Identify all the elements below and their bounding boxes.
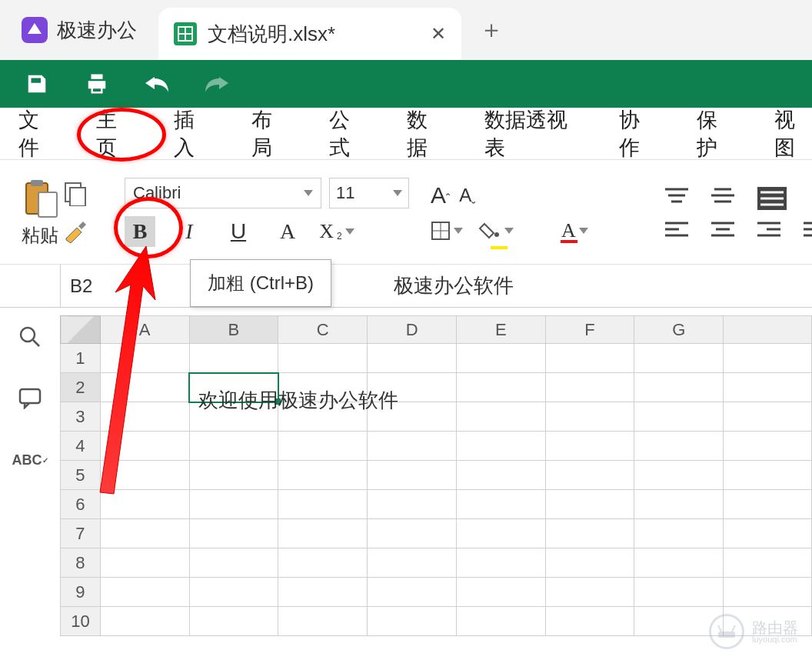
align-group — [665, 187, 812, 238]
menu-collab[interactable]: 协作 — [619, 102, 657, 166]
x-label: X — [319, 220, 334, 243]
ribbon-toolbar: 粘贴 Calibri 11 B I U A X2 — [0, 160, 812, 265]
italic-button[interactable]: I — [174, 216, 205, 247]
name-box[interactable]: B2 — [60, 265, 192, 308]
font-family-value: Calibri — [133, 183, 181, 203]
align-justify-button[interactable] — [804, 221, 812, 238]
col-header-f[interactable]: F — [545, 316, 634, 344]
fill-color-button[interactable] — [478, 221, 514, 241]
align-bottom-button[interactable] — [757, 187, 787, 210]
chevron-down-icon — [304, 190, 313, 196]
svg-point-13 — [494, 232, 499, 237]
shrink-font-button[interactable]: Aˆ — [459, 185, 475, 206]
row-header-3[interactable]: 3 — [61, 402, 101, 432]
subscript-button[interactable]: X2 — [321, 216, 352, 247]
new-tab-button[interactable]: ＋ — [461, 0, 521, 60]
menu-data[interactable]: 数据 — [407, 102, 444, 166]
menu-bar: 文件 主页 插入 布局 公式 数据 数据透视表 协作 保护 视图 — [0, 108, 812, 160]
formula-text: 极速办公软件 — [333, 272, 514, 299]
svg-rect-7 — [38, 192, 57, 217]
svg-line-44 — [732, 625, 735, 632]
row-header-6[interactable]: 6 — [61, 490, 101, 519]
col-header-overflow[interactable] — [724, 316, 812, 344]
search-icon[interactable] — [15, 322, 45, 352]
chevron-down-icon — [504, 228, 514, 234]
col-header-d[interactable]: D — [368, 316, 457, 344]
cell-format-group: Aˆ Aˆ A — [431, 182, 621, 242]
svg-line-40 — [33, 340, 39, 346]
chevron-down-icon — [393, 190, 402, 196]
close-tab-button[interactable]: ✕ — [431, 23, 446, 45]
col-header-b[interactable]: B — [189, 316, 278, 344]
grid-area: ABC✓ A B C D E F G 1 2 3 4 5 6 7 8 9 10 — [0, 315, 812, 660]
paste-label: 粘贴 — [22, 223, 58, 248]
menu-formula[interactable]: 公式 — [329, 102, 367, 166]
svg-rect-9 — [70, 188, 85, 206]
spellcheck-icon[interactable]: ABC✓ — [15, 445, 45, 475]
row-header-4[interactable]: 4 — [61, 432, 101, 461]
save-icon[interactable] — [23, 70, 51, 98]
comments-icon[interactable] — [15, 383, 45, 414]
row-header-7[interactable]: 7 — [61, 519, 101, 548]
copy-icon[interactable] — [62, 180, 88, 206]
svg-rect-6 — [31, 180, 43, 186]
chevron-down-icon — [579, 228, 588, 234]
menu-home[interactable]: 主页 — [96, 102, 134, 166]
svg-rect-42 — [718, 632, 735, 638]
clipboard-aux-group — [62, 180, 89, 245]
caret-down-icon: ˆ — [471, 191, 475, 205]
align-left-button[interactable] — [665, 221, 688, 238]
print-icon[interactable] — [83, 70, 111, 98]
document-title: 文档说明.xlsx* — [208, 21, 335, 48]
app-tab[interactable]: 极速办公 — [8, 0, 158, 60]
font-color-button[interactable]: A — [561, 219, 588, 242]
redo-icon[interactable] — [203, 70, 231, 98]
col-header-e[interactable]: E — [456, 316, 545, 344]
font-color-clear-button[interactable]: A — [272, 216, 303, 247]
row-header-5[interactable]: 5 — [61, 461, 101, 490]
menu-layout[interactable]: 布局 — [251, 102, 289, 166]
select-all-corner[interactable] — [61, 316, 101, 344]
align-top-button[interactable] — [665, 187, 688, 210]
underline-button[interactable]: U — [223, 216, 254, 247]
row-header-8[interactable]: 8 — [61, 548, 101, 578]
menu-file[interactable]: 文件 — [18, 102, 56, 166]
font-size-value: 11 — [336, 183, 354, 203]
row-header-2[interactable]: 2 — [61, 373, 101, 402]
svg-point-39 — [21, 328, 35, 342]
row-header-1[interactable]: 1 — [61, 344, 101, 373]
svg-line-43 — [718, 625, 721, 632]
spreadsheet-grid[interactable]: A B C D E F G 1 2 3 4 5 6 7 8 9 10 — [60, 315, 812, 660]
grow-a: A — [431, 182, 446, 208]
watermark: 路由器 luyouqi.com — [709, 614, 798, 649]
align-right-button[interactable] — [757, 221, 780, 238]
chevron-down-icon — [454, 228, 463, 234]
align-center-button[interactable] — [711, 221, 734, 238]
menu-view[interactable]: 视图 — [774, 102, 812, 166]
side-toolbar: ABC✓ — [0, 315, 60, 660]
borders-button[interactable] — [431, 221, 463, 241]
caret-up-icon: ˆ — [446, 192, 450, 206]
col-header-g[interactable]: G — [634, 316, 724, 344]
watermark-main: 路由器 — [752, 620, 798, 635]
menu-pivot[interactable]: 数据透视表 — [484, 102, 579, 166]
formula-bar: B2 极速办公软件 — [0, 265, 812, 308]
bold-button[interactable]: B — [125, 216, 155, 247]
clipboard-icon[interactable] — [18, 177, 62, 220]
format-painter-icon[interactable] — [62, 217, 89, 245]
col-header-c[interactable]: C — [278, 316, 368, 344]
font-size-select[interactable]: 11 — [329, 178, 409, 208]
row-header-10[interactable]: 10 — [61, 607, 101, 636]
menu-insert[interactable]: 插入 — [174, 102, 211, 166]
undo-icon[interactable] — [143, 70, 171, 98]
row-header-9[interactable]: 9 — [61, 578, 101, 607]
formula-display[interactable]: 极速办公软件 — [248, 265, 812, 308]
document-tab[interactable]: 文档说明.xlsx* ✕ — [158, 8, 461, 60]
font-family-select[interactable]: Calibri — [125, 178, 321, 208]
col-header-a[interactable]: A — [100, 316, 189, 344]
menu-protect[interactable]: 保护 — [697, 102, 734, 166]
cell-b2-text: 欢迎使用极速办公软件 — [198, 387, 398, 414]
grow-font-button[interactable]: Aˆ — [431, 182, 450, 208]
name-box-value: B2 — [70, 275, 92, 297]
align-middle-button[interactable] — [711, 187, 734, 210]
